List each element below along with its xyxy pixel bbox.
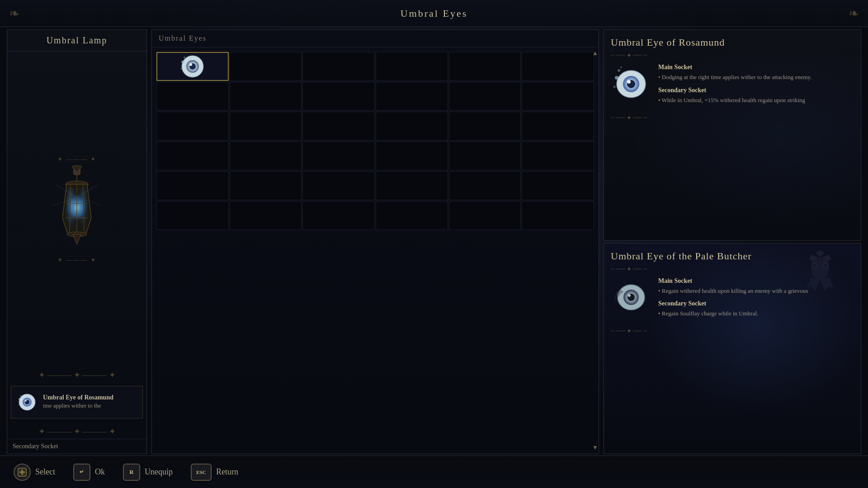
control-ok: ↵ Ok (73, 464, 105, 481)
svg-rect-47 (21, 469, 23, 475)
grid-cell-2-3[interactable] (376, 112, 448, 141)
svg-point-34 (613, 85, 615, 88)
control-select: Select (14, 464, 55, 481)
page-title: Umbral Eyes (401, 8, 467, 19)
grid-cell-0-2[interactable] (302, 52, 375, 81)
selected-eye-info: Umbral Eye of Rosamund ime applies withe… (43, 394, 113, 410)
secondary-socket-label: Secondary Socket (7, 439, 146, 454)
divider-ornament-2: ✦ ——— ✦ ——— ✦ (7, 424, 146, 439)
grid-cell-5-1[interactable] (230, 201, 302, 230)
grid-cell-3-3[interactable] (376, 141, 448, 170)
left-panel-title: Umbral Lamp (7, 30, 146, 52)
grid-cell-3-1[interactable] (230, 141, 302, 170)
svg-point-25 (181, 61, 184, 63)
selected-eye-name: Umbral Eye of Rosamund (43, 394, 113, 401)
grid-cell-5-5[interactable] (522, 201, 594, 230)
ok-label: Ok (95, 467, 105, 477)
card1-title: Umbral Eye of Rosamund (611, 37, 854, 48)
grid-cell-0-0[interactable] (156, 52, 229, 81)
card2-ornament: ~ ~~~ ✦ ~~~ ~ (611, 266, 854, 273)
middle-panel-title: Umbral Eyes (152, 30, 599, 47)
grid-cell-5-3[interactable] (376, 201, 448, 230)
grid-cell-5-0[interactable] (156, 201, 229, 230)
grid-cell-4-2[interactable] (302, 171, 375, 200)
ok-key-icon: ↵ (73, 464, 90, 481)
grid-cell-1-2[interactable] (302, 82, 375, 111)
svg-point-35 (620, 66, 622, 68)
select-label: Select (35, 467, 55, 477)
grid-cell-0-3[interactable] (376, 52, 448, 81)
card1-main-socket-desc: Dodging at the right time applies wither… (658, 73, 854, 82)
select-key-icon (14, 464, 31, 481)
eye-card-2: Umbral Eye of the Pale Butcher ~ ~~~ ✦ ~… (604, 243, 861, 455)
left-panel: Umbral Lamp (7, 29, 147, 454)
unequip-label: Unequip (145, 467, 173, 477)
svg-point-27 (180, 68, 182, 70)
scroll-down-arrow: ▼ (592, 444, 599, 451)
svg-point-33 (618, 69, 620, 72)
card2-main-socket-label: Main Socket (658, 277, 854, 285)
grid-cell-1-1[interactable] (230, 82, 302, 111)
grid-cell-2-2[interactable] (302, 112, 375, 141)
svg-point-32 (615, 76, 618, 80)
top-bar: ❧ Umbral Eyes ❧ (0, 0, 868, 27)
grid-cell-1-3[interactable] (376, 82, 448, 111)
grid-cell-2-4[interactable] (449, 112, 521, 141)
card1-content: Umbral Eye of Rosamund ~ ~~~ ✦ ~~~ ~ (611, 37, 854, 122)
svg-point-18 (19, 398, 20, 400)
card1-main-socket-label: Main Socket (658, 64, 854, 71)
grid-cell-5-2[interactable] (302, 201, 375, 230)
card1-desc: Main Socket Dodging at the right time ap… (658, 64, 854, 110)
grid-cell-3-0[interactable] (156, 141, 229, 170)
main-layout: Umbral Lamp (7, 29, 861, 454)
control-unequip: R Unequip (123, 464, 173, 481)
card1-ornament: ~ ~~~ ✦ ~~~ ~ (611, 52, 854, 59)
grid-cell-3-5[interactable] (522, 141, 594, 170)
card2-ornament-bottom: ~ ~~~ ✦ ~~~ ~ (611, 328, 854, 335)
grid-cell-0-4[interactable] (449, 52, 521, 81)
card1-secondary-socket-desc: While in Umbral, +15% withered health re… (658, 96, 854, 105)
card1-eye-image (611, 64, 651, 104)
grid-cell-4-3[interactable] (376, 171, 448, 200)
card2-main-socket-desc: Regain withered health upon killing an e… (658, 286, 854, 296)
svg-point-19 (20, 395, 21, 396)
bottom-bar: Select ↵ Ok R Unequip ESC Return (0, 455, 868, 488)
eye-card-1: Umbral Eye of Rosamund ~ ~~~ ✦ ~~~ ~ (604, 29, 861, 241)
grid-cell-2-1[interactable] (230, 112, 302, 141)
grid-cell-2-5[interactable] (522, 112, 594, 141)
grid-cell-0-1[interactable] (230, 52, 302, 81)
right-panel: Umbral Eye of Rosamund ~ ~~~ ✦ ~~~ ~ (604, 29, 861, 454)
grid-cell-5-4[interactable] (449, 201, 521, 230)
scroll-indicator: ▲ ▼ (592, 47, 599, 454)
grid-cell-4-1[interactable] (230, 171, 302, 200)
card2-secondary-socket-desc: Regain Soulflay charge while in Umbral. (658, 309, 854, 319)
grid-cell-3-2[interactable] (302, 141, 375, 170)
return-key-icon: ESC (191, 464, 212, 481)
inventory-grid (154, 50, 596, 232)
grid-cell-4-5[interactable] (522, 171, 594, 200)
card2-content: Umbral Eye of the Pale Butcher ~ ~~~ ✦ ~… (611, 250, 854, 335)
card2-desc: Main Socket Regain withered health upon … (658, 277, 854, 324)
grid-cell-4-0[interactable] (156, 171, 229, 200)
card1-body: Main Socket Dodging at the right time ap… (611, 64, 854, 110)
grid-cell-1-0[interactable] (156, 82, 229, 111)
divider-ornament: ✦ ——— ✦ ——— ✦ (7, 368, 146, 382)
return-label: Return (216, 467, 238, 477)
svg-point-31 (627, 80, 631, 84)
lamp-svg (36, 164, 118, 255)
scroll-up-arrow: ▲ (592, 50, 599, 57)
grid-cell-2-0[interactable] (156, 112, 229, 141)
grid-cell-1-5[interactable] (522, 82, 594, 111)
card2-title: Umbral Eye of the Pale Butcher (611, 250, 854, 262)
grid-cell-4-4[interactable] (449, 171, 521, 200)
grid-cell-1-4[interactable] (449, 82, 521, 111)
lamp-image-container (7, 52, 146, 368)
top-emblem-right: ❧ (849, 6, 859, 21)
top-emblem-left: ❧ (9, 6, 19, 21)
grid-cell-3-4[interactable] (449, 141, 521, 170)
selected-eye-text: ime applies wither to the (43, 401, 113, 410)
grid-cell-0-5[interactable] (522, 52, 594, 81)
card2-secondary-socket-label: Secondary Socket (658, 300, 854, 307)
card2-body: Main Socket Regain withered health upon … (611, 277, 854, 324)
svg-point-17 (25, 400, 27, 402)
